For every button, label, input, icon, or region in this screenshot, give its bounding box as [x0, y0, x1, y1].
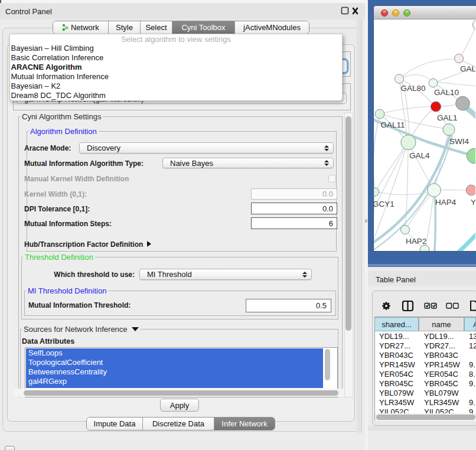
svg-text:HAP4: HAP4	[435, 198, 457, 207]
svg-text:GAL1: GAL1	[437, 113, 458, 122]
svg-text:SWI4: SWI4	[449, 137, 469, 146]
svg-text:GAL4: GAL4	[409, 151, 430, 160]
svg-text:GCY1: GCY1	[374, 200, 395, 208]
svg-text:GAL7: GAL7	[460, 64, 475, 73]
svg-text:GAL80: GAL80	[401, 84, 426, 93]
svg-text:Y: Y	[471, 198, 475, 207]
svg-text:GAL10: GAL10	[434, 88, 459, 97]
svg-text:HAP2: HAP2	[406, 237, 426, 246]
svg-text:GAL11: GAL11	[381, 120, 405, 129]
